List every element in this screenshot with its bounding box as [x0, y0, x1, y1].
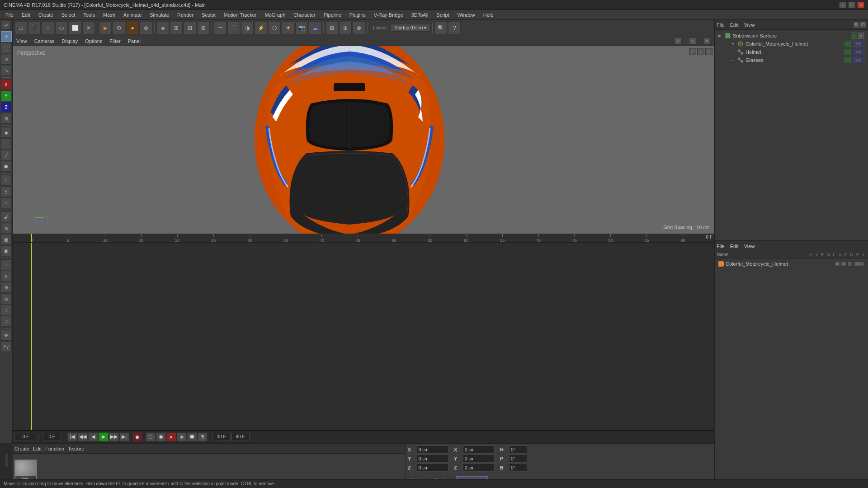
y-size-input[interactable]	[463, 455, 495, 463]
cube-btn[interactable]: ⬛	[28, 22, 41, 34]
menu-mesh[interactable]: Mesh	[99, 11, 119, 19]
menu-window[interactable]: Window	[454, 11, 479, 19]
tool-8[interactable]: ◎	[1, 293, 12, 304]
b-input[interactable]	[509, 464, 527, 472]
grid-btn[interactable]: ⊞	[326, 22, 338, 34]
hc-badge-1[interactable]: ✓	[844, 49, 851, 55]
obj-view[interactable]: View	[744, 22, 755, 28]
menu-character[interactable]: Character	[290, 11, 319, 19]
gl-badge-1[interactable]: ✓	[844, 57, 851, 63]
obj-tool-1[interactable]: ⚲	[853, 22, 859, 28]
sky-btn[interactable]: ☁	[309, 22, 321, 34]
right-btn[interactable]: ⊠	[197, 22, 210, 34]
cb-edit[interactable]: Edit	[730, 244, 739, 249]
end-frame-input[interactable]	[231, 433, 250, 441]
menu-plugins[interactable]: Plugins	[346, 11, 369, 19]
render-settings-btn[interactable]: ⚙	[113, 22, 125, 34]
tool-line[interactable]: ∕	[1, 175, 12, 186]
vp-menu-cameras[interactable]: Cameras	[34, 38, 55, 44]
undo-button[interactable]: ↩	[2, 21, 11, 30]
maximize-button[interactable]: □	[848, 2, 855, 8]
obj-badge-2[interactable]: ◫	[841, 261, 846, 267]
null-btn[interactable]: ✕	[82, 22, 95, 34]
tool-5[interactable]: ⁺	[1, 259, 12, 270]
effector-btn[interactable]: ⚡	[255, 22, 267, 34]
badge-check-green[interactable]: ✓	[851, 33, 857, 39]
menu-select[interactable]: Select	[58, 11, 79, 19]
poly-mode[interactable]: ⬟	[1, 161, 12, 172]
mat-edit[interactable]: Edit	[33, 446, 42, 451]
tool-7[interactable]: ⊞	[1, 282, 12, 293]
z-size-input[interactable]	[463, 464, 495, 472]
nurbs-btn[interactable]: ◑	[241, 22, 254, 34]
vp-menu-view[interactable]: View	[16, 38, 27, 44]
key-btn-1[interactable]: ⬡	[146, 432, 156, 441]
obj-file[interactable]: File	[717, 22, 725, 28]
edge-mode[interactable]: ╱	[1, 150, 12, 160]
z-pos-input[interactable]	[417, 464, 448, 472]
key-btn-4[interactable]: ◈	[177, 432, 187, 441]
minimize-button[interactable]: −	[839, 2, 846, 8]
fps-input[interactable]	[212, 433, 231, 441]
key-btn-5[interactable]: ⬢	[187, 432, 197, 441]
vp-ctrl-2[interactable]: ↕	[697, 48, 704, 55]
layout-selector[interactable]: Startup (User) ▾	[391, 24, 431, 32]
world-btn[interactable]: ⊞	[1, 113, 12, 124]
menu-file[interactable]: File	[2, 11, 17, 19]
deform-btn[interactable]: 〜	[214, 22, 226, 34]
obj-badge-3[interactable]: ◫	[847, 261, 853, 267]
front-btn[interactable]: ⊞	[170, 22, 183, 34]
hc-badge-2[interactable]: ◫◫	[852, 49, 864, 55]
hm-badge-1[interactable]: ✓	[844, 41, 851, 47]
menu-3dtoall[interactable]: 3DToAll	[408, 11, 432, 19]
rotate-tool[interactable]: ↺	[1, 54, 12, 65]
viewport[interactable]: Perspective Grid Spacing : 10 cm ⤢ ↕ □	[13, 46, 714, 234]
mat-texture[interactable]: Texture	[68, 446, 84, 451]
render-view[interactable]: 👁	[1, 330, 12, 341]
render-btn[interactable]: ▶	[99, 22, 112, 34]
tool-paint[interactable]: ▣	[1, 245, 12, 256]
cb-view[interactable]: View	[744, 244, 755, 249]
menu-simulate[interactable]: Simulate	[146, 11, 173, 19]
axis-btn[interactable]: ⊗	[353, 22, 365, 34]
go-start-btn[interactable]: |◀	[67, 432, 77, 441]
obj-badge-4[interactable]: ⬡⬡	[854, 261, 864, 267]
python-btn[interactable]: Py	[1, 341, 12, 352]
tool-9[interactable]: ≀	[1, 305, 12, 315]
group-btn[interactable]: ⬡	[268, 22, 281, 34]
menu-render[interactable]: Render	[174, 11, 197, 19]
tree-item-helmet-main[interactable]: ▼ Colorful_Motorcycle_Helmet ✓	[717, 40, 866, 48]
record-btn[interactable]: ⏺	[132, 432, 142, 441]
point-mode[interactable]: ·	[1, 138, 12, 149]
tool-curl[interactable]: ~	[1, 197, 12, 208]
tool-brush[interactable]: 🖌	[1, 211, 12, 222]
plane-btn[interactable]: ⬜	[69, 22, 81, 34]
close-button[interactable]: ×	[857, 2, 864, 8]
spline-btn[interactable]: ⌒	[227, 22, 240, 34]
vp-menu-display[interactable]: Display	[61, 38, 78, 44]
x-axis-btn[interactable]: X	[1, 79, 12, 90]
badge-check-white[interactable]: ✓	[858, 33, 864, 39]
render-active[interactable]: ●	[126, 22, 139, 34]
tool-s[interactable]: $	[1, 186, 12, 197]
persp-btn[interactable]: ◈	[156, 22, 169, 34]
obj-row-helmet[interactable]: Colorful_Motorcycle_Helmet ⊞ ◫ ◫ ⬡⬡	[717, 260, 866, 267]
top-btn[interactable]: ⊟	[184, 22, 196, 34]
hm-badge-2[interactable]: ◫◫	[852, 41, 864, 47]
menu-animate[interactable]: Animate	[120, 11, 145, 19]
h-input[interactable]	[509, 446, 527, 454]
search-btn[interactable]: 🔍	[434, 22, 447, 34]
key-btn-2[interactable]: ◉	[156, 432, 166, 441]
obj-tool-2[interactable]: ◫	[860, 22, 866, 28]
key-btn-3[interactable]: ●	[166, 432, 176, 441]
menu-tools[interactable]: Tools	[80, 11, 99, 19]
prev-btn[interactable]: ◀	[88, 432, 98, 441]
render-all[interactable]: ⊛	[140, 22, 152, 34]
prev-frame-btn[interactable]: ◀◀	[78, 432, 88, 441]
select-tool[interactable]: ⬚	[1, 42, 12, 53]
tool-eraser[interactable]: ⊘	[1, 223, 12, 234]
object-mode[interactable]: ◆	[1, 127, 12, 138]
x-size-input[interactable]	[463, 446, 495, 454]
next-btn[interactable]: ▶▶	[109, 432, 119, 441]
menu-vray[interactable]: V-Ray Bridge	[370, 11, 407, 19]
